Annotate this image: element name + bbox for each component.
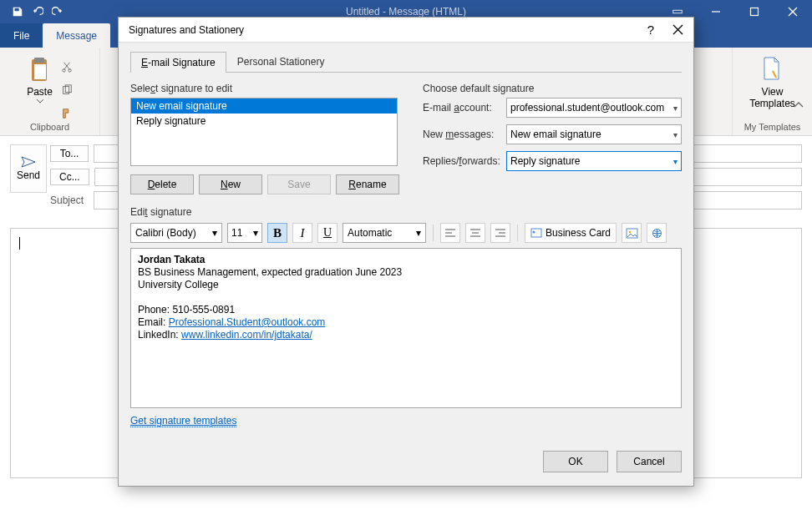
select-signature-label: Select signature to edit (130, 83, 404, 94)
email-account-value: professional.student@outlook.com (510, 102, 664, 114)
sig-degree: BS Business Management, expected graduat… (138, 266, 674, 279)
minimize-button[interactable] (697, 0, 735, 23)
new-messages-label: New messages: (423, 129, 500, 140)
cut-icon[interactable] (59, 59, 74, 74)
signature-list[interactable]: New email signature Reply signature (130, 98, 398, 166)
rename-button[interactable]: Rename (336, 174, 399, 194)
close-icon[interactable] (669, 23, 687, 37)
clipboard-icon (28, 56, 53, 84)
sig-linkedin-label: LinkedIn: (138, 329, 181, 341)
send-icon (21, 156, 36, 168)
font-value: Calibri (Body) (135, 227, 196, 239)
send-button[interactable]: Send (10, 144, 47, 193)
get-templates-link[interactable]: Get signature templates (130, 415, 236, 427)
format-painter-icon[interactable] (59, 106, 74, 121)
new-messages-select[interactable]: New email signature▾ (506, 124, 682, 144)
subject-label: Subject (50, 194, 89, 206)
font-color-value: Automatic (348, 227, 392, 239)
font-select[interactable]: Calibri (Body)▾ (130, 223, 222, 243)
dialog-titlebar: Signatures and Stationery ? (119, 18, 693, 43)
edit-signature-label: Edit signature (130, 206, 682, 218)
clipboard-group-label: Clipboard (30, 122, 69, 134)
dialog-tabs: E-mail Signature Personal Stationery (130, 51, 682, 73)
tab-personal-stationery[interactable]: Personal Stationery (226, 51, 336, 72)
chevron-down-icon: ▾ (212, 227, 217, 239)
svg-point-13 (628, 230, 630, 232)
signature-editor[interactable]: Jordan Takata BS Business Management, ex… (130, 248, 682, 408)
templates-group-label: My Templates (744, 122, 801, 134)
template-icon (761, 56, 783, 81)
chevron-down-icon: ▾ (673, 130, 678, 139)
sig-name: Jordan Takata (138, 254, 205, 265)
undo-icon[interactable] (32, 6, 43, 18)
font-size-select[interactable]: 11▾ (227, 223, 262, 243)
replies-forwards-label: Replies/forwards: (423, 155, 500, 167)
send-label: Send (17, 169, 40, 181)
sig-email-link[interactable]: Professional.Student@outlook.com (169, 316, 326, 328)
insert-hyperlink-button[interactable] (647, 223, 667, 243)
cc-button[interactable]: Cc... (50, 169, 89, 185)
insert-picture-button[interactable] (622, 223, 642, 243)
to-button[interactable]: To... (50, 145, 89, 162)
svg-rect-0 (673, 10, 683, 13)
tab-file[interactable]: File (0, 23, 43, 48)
signature-item-new[interactable]: New email signature (131, 98, 397, 114)
delete-button[interactable]: Delete (130, 174, 194, 194)
svg-rect-2 (751, 8, 759, 16)
align-left-button[interactable] (440, 223, 460, 243)
chevron-down-icon (37, 99, 43, 103)
chevron-down-icon: ▾ (673, 157, 678, 166)
window-title: Untitled - Message (HTML) (346, 6, 466, 18)
maximize-button[interactable] (735, 0, 774, 23)
save-button: Save (267, 174, 331, 194)
signature-toolbar: Calibri (Body)▾ 11▾ B I U Automatic▾ Bus… (130, 223, 682, 243)
font-size-value: 11 (231, 227, 242, 239)
dialog-title: Signatures and Stationery (129, 24, 244, 36)
cancel-button[interactable]: Cancel (617, 451, 682, 472)
replies-forwards-select[interactable]: Reply signature▾ (506, 151, 682, 171)
sig-phone-label: Phone: (138, 304, 172, 316)
align-right-button[interactable] (490, 223, 510, 243)
signatures-dialog: Signatures and Stationery ? E-mail Signa… (118, 17, 694, 487)
italic-button[interactable]: I (292, 223, 312, 243)
svg-rect-4 (34, 58, 44, 63)
svg-rect-10 (531, 229, 541, 237)
signature-item-reply[interactable]: Reply signature (131, 114, 397, 129)
save-icon[interactable] (12, 6, 23, 18)
sig-phone: 510-555-0891 (172, 304, 235, 316)
copy-icon[interactable] (59, 83, 74, 98)
business-card-label: Business Card (546, 227, 611, 239)
business-card-button[interactable]: Business Card (525, 223, 617, 243)
chevron-down-icon: ▾ (673, 103, 678, 113)
close-button[interactable] (774, 0, 812, 23)
new-button[interactable]: New (199, 174, 262, 194)
replies-forwards-value: Reply signature (510, 155, 580, 167)
chevron-down-icon: ▾ (253, 227, 258, 239)
font-color-select[interactable]: Automatic▾ (343, 223, 426, 243)
align-center-button[interactable] (465, 223, 485, 243)
tab-email-signature[interactable]: E-mail Signature (130, 52, 226, 73)
chevron-down-icon: ▾ (416, 227, 421, 239)
new-messages-value: New email signature (510, 129, 601, 140)
sig-email-label: Email: (138, 316, 169, 328)
svg-point-11 (533, 231, 535, 234)
paste-button[interactable]: Paste (25, 54, 54, 105)
collapse-ribbon-icon[interactable] (794, 101, 804, 109)
tab-message[interactable]: Message (43, 23, 110, 48)
email-account-select[interactable]: professional.student@outlook.com▾ (506, 98, 682, 118)
paste-label: Paste (27, 86, 53, 98)
card-icon (530, 228, 542, 238)
view-templates-label: View Templates (749, 86, 795, 109)
help-icon[interactable]: ? (644, 21, 657, 38)
ok-button[interactable]: OK (543, 451, 608, 472)
default-signature-label: Choose default signature (423, 83, 682, 94)
redo-icon[interactable] (52, 6, 63, 18)
underline-button[interactable]: U (317, 223, 337, 243)
email-account-label: E-mail account: (423, 102, 500, 114)
sig-linkedin-link[interactable]: www.linkedin.com/in/jdtakata/ (181, 329, 312, 341)
sig-school: University College (138, 279, 674, 291)
bold-button[interactable]: B (267, 223, 287, 243)
svg-rect-5 (34, 64, 46, 79)
